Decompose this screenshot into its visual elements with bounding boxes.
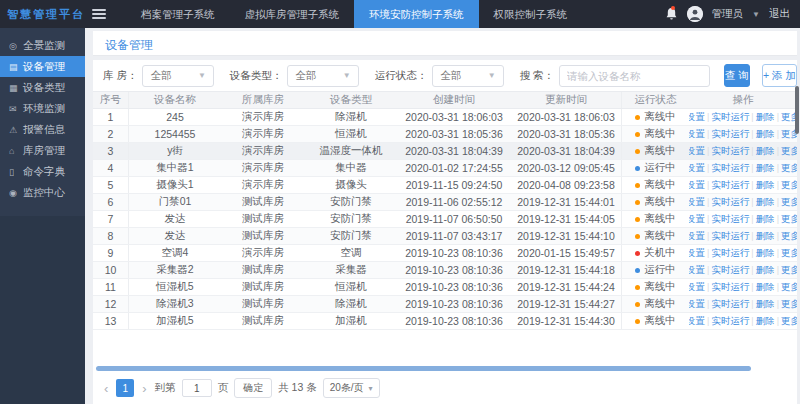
page-size-select[interactable]: 20条/页 ▾ xyxy=(323,378,380,398)
logout-button[interactable]: 退出 xyxy=(769,7,790,21)
op-link-2[interactable]: 实时运行 xyxy=(709,128,751,141)
page-number-button[interactable]: 1 xyxy=(116,379,134,397)
op-link-4[interactable]: 更多 xyxy=(779,247,797,260)
op-link-1[interactable]: 设置 xyxy=(689,145,707,158)
cell-no: 9 xyxy=(93,245,129,261)
sidebar-item-6[interactable]: ⌂库房管理 xyxy=(0,140,85,161)
op-link-3[interactable]: 删除 xyxy=(754,247,777,260)
user-name[interactable]: 管理员 xyxy=(712,7,744,21)
sidebar-item-3[interactable]: ▦设备类型 xyxy=(0,77,85,98)
op-link-2[interactable]: 实时运行 xyxy=(709,162,751,175)
op-link-4[interactable]: 更多 xyxy=(779,264,797,277)
status-label: 离线中 xyxy=(644,127,676,141)
op-link-1[interactable]: 设置 xyxy=(689,128,707,141)
op-link-3[interactable]: 删除 xyxy=(754,111,777,124)
op-link-3[interactable]: 删除 xyxy=(754,315,777,328)
sidebar-item-1[interactable]: ◎全景监测 xyxy=(0,35,85,56)
device-type-icon: ▦ xyxy=(9,83,23,93)
user-avatar[interactable] xyxy=(687,6,703,22)
horizontal-scrollbar-thumb[interactable] xyxy=(96,366,751,371)
op-link-2[interactable]: 实时运行 xyxy=(709,213,751,226)
op-link-3[interactable]: 删除 xyxy=(754,281,777,294)
tab-system-2[interactable]: 虚拟库房管理子系统 xyxy=(230,0,355,28)
warehouse-select[interactable]: 全部 ▼ xyxy=(142,65,213,87)
status-dot-icon xyxy=(635,319,640,324)
cell-ops: 设置|实时运行|删除|更多 xyxy=(689,245,797,261)
op-link-2[interactable]: 实时运行 xyxy=(709,145,751,158)
op-link-4[interactable]: 更多 xyxy=(779,145,797,158)
op-link-1[interactable]: 设置 xyxy=(689,264,707,277)
sidebar-item-5[interactable]: ⚠报警信息 xyxy=(0,119,85,140)
user-menu-caret-icon[interactable]: ▼ xyxy=(752,10,760,19)
op-link-2[interactable]: 实时运行 xyxy=(709,196,751,209)
run-status-select[interactable]: 全部 ▼ xyxy=(432,65,503,87)
query-button[interactable]: 查 询 xyxy=(724,64,750,87)
op-link-4[interactable]: 更多 xyxy=(779,230,797,243)
page-title: 设备管理 xyxy=(105,38,153,52)
goto-page-input[interactable] xyxy=(182,379,212,397)
op-link-3[interactable]: 删除 xyxy=(754,128,777,141)
sidebar-item-2[interactable]: ▤设备管理 xyxy=(0,56,85,77)
op-link-2[interactable]: 实时运行 xyxy=(709,298,751,311)
tab-system-4[interactable]: 权限控制子系统 xyxy=(479,0,583,28)
op-link-1[interactable]: 设置 xyxy=(689,213,707,226)
sidebar-item-8[interactable]: ◉监控中心 xyxy=(0,182,85,203)
op-link-4[interactable]: 更多 xyxy=(779,162,797,175)
add-button[interactable]: + 添 加 xyxy=(762,64,797,87)
op-link-2[interactable]: 实时运行 xyxy=(709,111,751,124)
tab-system-3[interactable]: 环境安防控制子系统 xyxy=(354,0,479,28)
op-link-3[interactable]: 删除 xyxy=(754,162,777,175)
table-row: 6门禁01测试库房安防门禁2019-11-06 02:55:122019-12-… xyxy=(93,194,797,211)
tab-system-1[interactable]: 档案管理子系统 xyxy=(126,0,230,28)
op-link-3[interactable]: 删除 xyxy=(754,264,777,277)
sidebar-item-label: 设备管理 xyxy=(23,60,65,74)
op-link-3[interactable]: 删除 xyxy=(754,145,777,158)
op-link-1[interactable]: 设置 xyxy=(689,298,707,311)
device-type-select[interactable]: 全部 ▼ xyxy=(287,65,358,87)
sidebar-item-label: 报警信息 xyxy=(23,123,65,137)
chevron-down-icon: ▼ xyxy=(343,71,351,80)
op-link-2[interactable]: 实时运行 xyxy=(709,230,751,243)
op-link-1[interactable]: 设置 xyxy=(689,247,707,260)
op-link-1[interactable]: 设置 xyxy=(689,230,707,243)
goto-confirm-button[interactable]: 确定 xyxy=(234,378,272,398)
op-link-1[interactable]: 设置 xyxy=(689,315,707,328)
op-link-1[interactable]: 设置 xyxy=(689,196,707,209)
cell-name: 采集器2 xyxy=(129,262,221,278)
op-link-3[interactable]: 删除 xyxy=(754,230,777,243)
sidebar-item-4[interactable]: ✉环境监测 xyxy=(0,98,85,119)
op-link-3[interactable]: 删除 xyxy=(754,213,777,226)
hamburger-menu-icon[interactable] xyxy=(86,0,112,28)
cell-name: y街 xyxy=(129,143,221,159)
status-dot-icon xyxy=(635,149,640,154)
op-link-2[interactable]: 实时运行 xyxy=(709,281,751,294)
op-link-4[interactable]: 更多 xyxy=(779,281,797,294)
op-link-2[interactable]: 实时运行 xyxy=(709,264,751,277)
op-link-4[interactable]: 更多 xyxy=(779,196,797,209)
status-dot-icon xyxy=(635,234,640,239)
op-link-2[interactable]: 实时运行 xyxy=(709,315,751,328)
op-link-1[interactable]: 设置 xyxy=(689,111,707,124)
column-header-status: 运行状态 xyxy=(621,92,689,108)
op-link-3[interactable]: 删除 xyxy=(754,179,777,192)
notification-bell-icon[interactable] xyxy=(665,7,678,21)
next-page-button[interactable]: › xyxy=(140,381,148,396)
sidebar-item-7[interactable]: ▯命令字典 xyxy=(0,161,85,182)
op-link-4[interactable]: 更多 xyxy=(779,179,797,192)
op-link-1[interactable]: 设置 xyxy=(689,162,707,175)
op-link-4[interactable]: 更多 xyxy=(779,213,797,226)
op-link-2[interactable]: 实时运行 xyxy=(709,247,751,260)
op-link-3[interactable]: 删除 xyxy=(754,196,777,209)
op-link-1[interactable]: 设置 xyxy=(689,281,707,294)
cell-no: 8 xyxy=(93,228,129,244)
vertical-scrollbar-thumb[interactable] xyxy=(795,86,799,134)
warehouse-filter-label: 库 房： xyxy=(103,69,137,83)
op-link-2[interactable]: 实时运行 xyxy=(709,179,751,192)
op-link-4[interactable]: 更多 xyxy=(779,315,797,328)
op-link-4[interactable]: 更多 xyxy=(779,298,797,311)
prev-page-button[interactable]: ‹ xyxy=(102,381,110,396)
op-link-1[interactable]: 设置 xyxy=(689,179,707,192)
cell-ops: 设置|实时运行|删除|更多 xyxy=(689,262,797,278)
op-link-3[interactable]: 删除 xyxy=(754,298,777,311)
search-input[interactable] xyxy=(559,65,710,87)
